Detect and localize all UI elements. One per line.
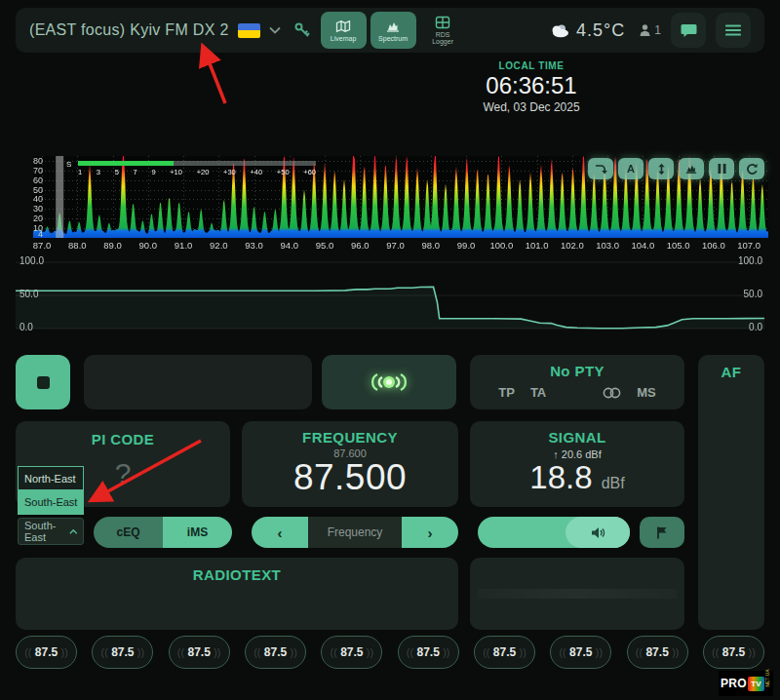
preset-ring-icon: )) — [519, 646, 526, 658]
listeners-indicator: 1 — [639, 23, 661, 37]
livemap-button[interactable]: Livemap — [321, 12, 367, 49]
preset-button[interactable]: (( 87.5 )) — [245, 636, 306, 669]
signal-area — [16, 287, 764, 329]
spectrum-xtick: 98.0 — [415, 240, 447, 251]
flag-icon — [655, 525, 669, 540]
signal-ytick-left: 100.0 — [20, 255, 53, 266]
spectrum-ytick: 60 — [27, 175, 43, 185]
map-icon — [335, 19, 351, 33]
ms-flag: MS — [637, 385, 656, 400]
pause-button[interactable] — [709, 158, 734, 179]
server-title: (EAST focus) Kyiv FM DX 2 — [29, 21, 229, 39]
server-select[interactable]: (EAST focus) Kyiv FM DX 2 — [29, 21, 281, 39]
autoscale-button[interactable] — [648, 158, 674, 179]
stop-icon — [37, 376, 50, 389]
preset-ring-icon: (( — [330, 646, 336, 658]
preset-ring-icon: (( — [254, 646, 260, 658]
spectrum-xtick: 104.0 — [627, 240, 658, 251]
spectrum-graph: 80706050403020104 87.088.089.090.091.092… — [16, 152, 768, 252]
preset-ring-icon: )) — [748, 646, 755, 658]
preset-frequency: 87.5 — [260, 645, 290, 659]
preset-button[interactable]: (( 87.5 )) — [550, 636, 611, 669]
step-up-button[interactable]: › — [402, 517, 458, 548]
preset-button[interactable]: (( 87.5 )) — [474, 636, 535, 669]
ims-button[interactable]: iMS — [163, 517, 232, 548]
volume-thumb[interactable] — [566, 517, 630, 548]
rds-logger-button[interactable]: RDS Logger — [420, 12, 466, 49]
graph-mode-button[interactable] — [679, 158, 704, 179]
chat-button[interactable] — [671, 13, 706, 48]
tp-flag: TP — [498, 385, 515, 400]
spectrum-xtick: 91.0 — [168, 240, 199, 251]
eq-toggle: cEQ iMS — [94, 517, 232, 548]
preset-button[interactable]: (( 87.5 )) — [92, 636, 153, 669]
antenna-option-south-east[interactable]: South-East — [18, 490, 84, 515]
local-time-label: LOCAL TIME — [444, 60, 619, 71]
volume-slider[interactable] — [478, 517, 630, 548]
s-meter-tick: 7 — [134, 168, 137, 176]
spectrum-xtick: 103.0 — [592, 240, 623, 251]
preset-button[interactable]: (( 87.5 )) — [16, 636, 77, 669]
pty-value: No PTY — [470, 363, 684, 379]
preset-button[interactable]: (( 87.5 )) — [398, 636, 459, 669]
flag-button[interactable] — [640, 517, 684, 548]
signal-ytick-right: 50.0 — [729, 289, 762, 299]
preset-button[interactable]: (( 87.5 )) — [321, 636, 382, 669]
menu-button[interactable] — [716, 13, 751, 48]
chart-icon — [684, 163, 698, 175]
signal-svg — [16, 253, 764, 339]
protv-net-text: NET.UA — [764, 681, 769, 686]
preset-ring-icon: (( — [100, 646, 107, 658]
preset-ring-icon: )) — [443, 646, 449, 658]
preset-frequency: 87.5 — [184, 645, 214, 659]
spectrum-xtick: 94.0 — [274, 240, 305, 251]
local-date-value: Wed, 03 Dec 2025 — [444, 100, 619, 114]
s-meter-tick: +10 — [170, 168, 182, 176]
spectrum-ytick: 20 — [27, 214, 43, 223]
preset-frequency: 87.5 — [719, 645, 748, 659]
spectrum-xtick: 95.0 — [309, 240, 340, 251]
arrows-vertical-icon — [655, 163, 668, 175]
livemap-label: Livemap — [331, 35, 356, 42]
preset-button[interactable]: (( 87.5 )) — [169, 636, 230, 669]
arrow-turn-down-button[interactable] — [588, 158, 613, 179]
spectrum-xtick: 96.0 — [344, 240, 375, 251]
preset-ring-icon: (( — [407, 646, 413, 658]
frequency-value: 87.500 — [242, 459, 458, 497]
rds-flags: TP TA MS — [470, 385, 684, 400]
preset-ring-icon: (( — [712, 646, 719, 658]
signal-history-graph: 100.050.00.0 100.050.00.0 — [16, 253, 764, 339]
antenna-select[interactable]: South-East — [18, 518, 84, 545]
preset-button[interactable]: (( 87.5 )) — [627, 636, 688, 669]
protv-pro-text: PRO — [721, 677, 747, 690]
af-panel: AF — [698, 355, 764, 630]
preset-ring-icon: (( — [559, 646, 566, 658]
chevron-down-icon — [269, 26, 281, 34]
spectrum-label: Spectrum — [378, 35, 408, 42]
preset-ring-icon: )) — [596, 646, 603, 658]
signal-ytick-right: 0.0 — [729, 322, 762, 332]
spectrum-xtick: 102.0 — [557, 240, 588, 251]
frequency-panel: FREQUENCY 87.600 87.500 — [242, 421, 458, 507]
s-meter-tick: 3 — [97, 168, 100, 176]
header-bar: (EAST focus) Kyiv FM DX 2 Livemap Spectr… — [16, 8, 764, 53]
ceq-button[interactable]: cEQ — [94, 517, 163, 548]
broadcast-button[interactable] — [322, 355, 456, 409]
stop-button[interactable] — [16, 355, 70, 409]
rds-logger-label: RDS Logger — [426, 31, 460, 45]
refresh-button[interactable] — [739, 158, 764, 179]
signal-ytick-right: 100.0 — [729, 255, 762, 266]
auto-button[interactable]: A — [618, 158, 644, 179]
step-down-button[interactable]: ‹ — [252, 517, 308, 548]
admin-key-icon[interactable] — [293, 21, 311, 39]
ta-flag: TA — [530, 385, 546, 400]
spectrum-xtick: 93.0 — [239, 240, 270, 251]
frequency-stepper: ‹ Frequency › — [252, 517, 458, 548]
preset-button[interactable]: (( 87.5 )) — [703, 636, 764, 669]
s-meter-fill — [78, 161, 174, 166]
spectrum-button[interactable]: Spectrum — [370, 12, 416, 49]
signal-ytick-left: 0.0 — [20, 322, 53, 332]
antenna-option-north-east[interactable]: North-East — [18, 466, 84, 490]
preset-frequency: 87.5 — [566, 645, 596, 659]
pause-icon — [717, 163, 727, 175]
